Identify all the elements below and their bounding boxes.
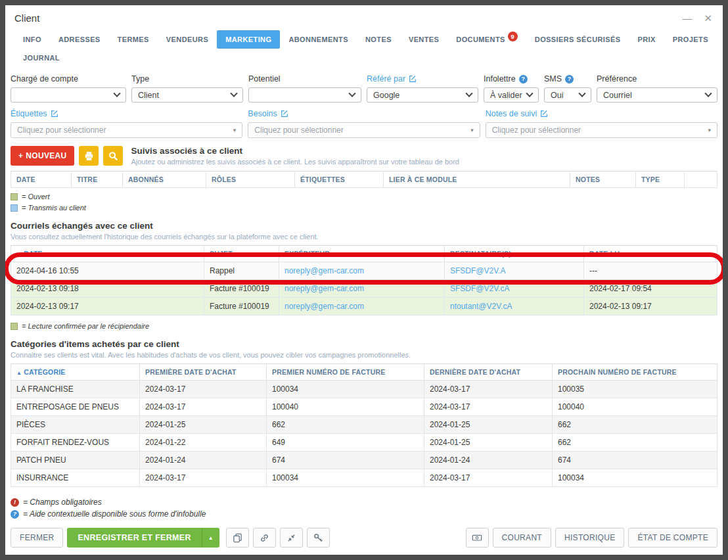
collapse-button[interactable] bbox=[280, 528, 303, 548]
potentiel-select[interactable] bbox=[248, 87, 361, 103]
tab-adresses[interactable]: ADRESSES bbox=[50, 30, 109, 49]
infolettre-value: À valider bbox=[490, 91, 522, 100]
print-button[interactable] bbox=[79, 146, 99, 166]
notes-de-suivi-label[interactable]: Notes de suivi bbox=[486, 108, 717, 119]
etiquettes-multiselect[interactable]: Cliquez pour sélectionner▾ bbox=[11, 122, 242, 138]
sms-label-text: SMS bbox=[544, 74, 562, 83]
suivis-col-titre[interactable]: TITRE bbox=[72, 172, 123, 188]
category-row[interactable]: LA FRANCHISE2024-03-171000342024-03-1710… bbox=[11, 381, 717, 398]
category-row[interactable]: ENTREPOSAGE DE PNEUS2024-03-171000402024… bbox=[11, 398, 717, 416]
category-row[interactable]: FORFAIT RENDEZ-VOUS2024-01-226492024-01-… bbox=[11, 434, 717, 452]
suivis-col-notes[interactable]: NOTES bbox=[570, 172, 636, 188]
next-invoice-number: 100034 bbox=[553, 469, 717, 487]
email-expediteur-link[interactable]: noreply@gem-car.com bbox=[284, 266, 364, 275]
first-purchase-date: 2024-01-24 bbox=[140, 452, 267, 469]
suivis-col-roles[interactable]: RÔLES bbox=[206, 172, 295, 188]
suivis-col-etiquettes[interactable]: ÉTIQUETTES bbox=[295, 172, 384, 188]
email-destinataire-link[interactable]: SFSDF@V2V.cA bbox=[450, 284, 509, 293]
tab-dossiers-securises[interactable]: DOSSIERS SÉCURISÉS bbox=[526, 30, 629, 49]
tab-projets[interactable]: PROJETS bbox=[664, 30, 717, 49]
email-expediteur-link[interactable]: noreply@gem-car.com bbox=[284, 284, 364, 293]
tab-vendeurs[interactable]: VENDEURS bbox=[158, 30, 217, 49]
category-row[interactable]: PIÈCES2024-01-256622024-01-25662 bbox=[11, 416, 717, 434]
refere-par-label[interactable]: Référé par bbox=[367, 74, 478, 84]
etiquettes-label-text: Étiquettes bbox=[11, 109, 47, 118]
key-button[interactable] bbox=[307, 528, 330, 548]
tab-row-2: JOURNAL bbox=[14, 49, 717, 67]
edit-icon bbox=[409, 75, 417, 83]
email-destinataire-link[interactable]: SFSDF@V2V.A bbox=[450, 266, 505, 275]
save-options-arrow[interactable]: ▲ bbox=[202, 528, 219, 548]
emails-col-expediteur[interactable]: EXPÉDITEUR bbox=[279, 246, 445, 262]
help-icon[interactable]: ? bbox=[519, 75, 528, 83]
minimize-icon[interactable]: — bbox=[682, 13, 692, 23]
notes-de-suivi-multiselect[interactable]: Cliquez pour sélectionner▾ bbox=[486, 122, 717, 138]
historique-button[interactable]: HISTORIQUE bbox=[555, 528, 624, 548]
help-icon[interactable]: ? bbox=[565, 75, 574, 83]
category-row[interactable]: INSURRANCE2024-03-171000342024-03-171000… bbox=[11, 469, 717, 487]
besoins-multiselect[interactable]: Cliquez pour sélectionner▾ bbox=[248, 122, 480, 138]
email-expediteur: noreply@gem-car.com bbox=[279, 262, 445, 280]
suivis-col-date[interactable]: DATE bbox=[11, 172, 72, 188]
tab-abonnements[interactable]: ABONNEMENTS bbox=[280, 30, 357, 49]
categories-col-premier-numero[interactable]: PREMIER NUMÉRO DE FACTURE bbox=[267, 364, 424, 381]
besoins-label[interactable]: Besoins bbox=[248, 108, 480, 119]
suivis-heading: Suivis associés à ce client Ajoutez ou a… bbox=[131, 146, 459, 166]
type-select[interactable]: Client bbox=[131, 87, 243, 103]
etiquettes-label[interactable]: Étiquettes bbox=[11, 108, 242, 119]
categories-col-derniere-date[interactable]: DERNIÈRE DATE D'ACHAT bbox=[424, 364, 553, 381]
tab-vehicules[interactable]: VÉHICULES bbox=[717, 30, 723, 49]
fermer-button[interactable]: FERMER bbox=[11, 528, 63, 548]
email-row[interactable]: 2024-02-13 09:17 Facture #100019 noreply… bbox=[11, 298, 717, 315]
courant-button[interactable]: COURANT bbox=[493, 528, 551, 548]
preference-label: Préférence bbox=[597, 74, 717, 84]
infolettre-select[interactable]: À valider bbox=[484, 87, 539, 103]
tab-documents[interactable]: DOCUMENTS9 bbox=[447, 30, 526, 50]
refere-par-select[interactable]: Google bbox=[367, 87, 478, 103]
category-name: LA FRANCHISE bbox=[11, 381, 140, 398]
email-destinataire-link[interactable]: ntoutant@V2V.cA bbox=[450, 302, 512, 311]
chevron-down-icon bbox=[113, 89, 120, 97]
categories-col-prochain-numero[interactable]: PROCHAIN NUMÉRO DE FACTURE bbox=[553, 364, 717, 381]
tab-termes[interactable]: TERMES bbox=[109, 30, 158, 49]
suivis-col-lier[interactable]: LIER À CE MODULE bbox=[384, 172, 570, 188]
suivis-subtitle: Ajoutez ou administrez les suivis associ… bbox=[131, 158, 459, 166]
categories-col-categorie[interactable]: ▲CATÉGORIE bbox=[11, 364, 140, 381]
category-row[interactable]: PATCH PNEU2024-01-246742024-01-24674 bbox=[11, 452, 717, 469]
close-icon[interactable]: ✕ bbox=[704, 13, 712, 23]
etat-de-compte-button[interactable]: ÉTAT DE COMPTE bbox=[628, 528, 717, 548]
emails-col-destinataire[interactable]: DESTINATAIRE(S) bbox=[445, 246, 584, 262]
tab-prix[interactable]: PRIX bbox=[629, 30, 664, 49]
categories-header-row: ▲CATÉGORIE PREMIÈRE DATE D'ACHAT PREMIER… bbox=[11, 364, 717, 381]
search-button[interactable] bbox=[103, 146, 123, 166]
tab-marketing[interactable]: MARKETING bbox=[217, 30, 280, 49]
copy-button[interactable] bbox=[226, 528, 249, 548]
emails-col-date-lu[interactable]: DATE LU bbox=[584, 246, 717, 262]
email-destinataire: SFSDF@V2V.A bbox=[445, 262, 584, 280]
email-expediteur-link[interactable]: noreply@gem-car.com bbox=[284, 302, 364, 311]
required-note-text: = Champs obligatoires bbox=[23, 498, 102, 507]
email-row[interactable]: 2024-02-13 09:18 Facture #100019 noreply… bbox=[11, 280, 717, 298]
payment-button[interactable] bbox=[466, 528, 489, 548]
tab-documents-label: DOCUMENTS bbox=[456, 35, 505, 43]
emails-col-date[interactable]: ▼DATE bbox=[11, 246, 204, 262]
nouveau-button[interactable]: +NOUVEAU bbox=[11, 146, 74, 166]
green-square-icon bbox=[11, 193, 18, 200]
preference-select[interactable]: Courriel bbox=[597, 87, 717, 103]
legend-ouvert: = Ouvert bbox=[11, 193, 717, 200]
link-button[interactable] bbox=[253, 528, 276, 548]
field-besoins: Besoins Cliquez pour sélectionner▾ bbox=[248, 108, 480, 138]
sms-select[interactable]: Oui bbox=[544, 87, 591, 103]
charge-de-compte-select[interactable] bbox=[11, 87, 126, 103]
tab-notes[interactable]: NOTES bbox=[357, 30, 400, 49]
tab-ventes[interactable]: VENTES bbox=[400, 30, 447, 49]
email-row[interactable]: 2024-04-16 10:55 Rappel noreply@gem-car.… bbox=[11, 262, 717, 280]
suivis-col-type[interactable]: TYPE bbox=[636, 172, 685, 188]
suivis-table: DATE TITRE ABONNÉS RÔLES ÉTIQUETTES LIER… bbox=[11, 171, 717, 188]
suivis-col-abonnes[interactable]: ABONNÉS bbox=[123, 172, 206, 188]
categories-col-premiere-date[interactable]: PREMIÈRE DATE D'ACHAT bbox=[140, 364, 267, 381]
tab-journal[interactable]: JOURNAL bbox=[14, 49, 68, 67]
emails-col-sujet[interactable]: SUJET bbox=[204, 246, 279, 262]
tab-info[interactable]: INFO bbox=[14, 30, 50, 49]
enregistrer-et-fermer-button[interactable]: ENREGISTRER ET FERMER ▲ bbox=[67, 528, 219, 548]
